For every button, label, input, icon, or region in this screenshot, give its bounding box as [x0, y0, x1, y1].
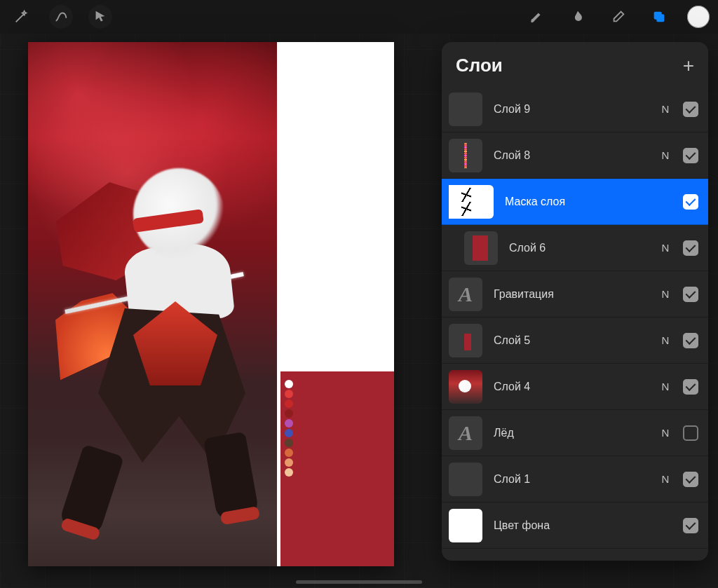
document-canvas[interactable] — [28, 42, 394, 566]
layer-thumbnail[interactable] — [449, 139, 482, 172]
smudge-icon — [570, 9, 585, 25]
layer-thumbnail[interactable] — [449, 509, 482, 542]
home-indicator — [296, 580, 422, 584]
palette-dot[interactable] — [285, 399, 293, 408]
layer-thumbnail[interactable]: A — [449, 278, 482, 311]
layers-panel-header: Слои + — [442, 42, 708, 86]
palette-dot[interactable] — [285, 419, 293, 428]
add-layer-button[interactable]: + — [683, 56, 694, 76]
red-rectangle-layer[interactable] — [280, 371, 394, 566]
layer-name-label: Слой 1 — [494, 473, 648, 486]
layer-row-grav[interactable]: AГравитацияN — [442, 271, 708, 317]
layer-visibility-checkbox[interactable] — [683, 518, 698, 533]
layer-row-bg[interactable]: Цвет фона — [442, 502, 708, 549]
layer-name-label: Маска слоя — [505, 196, 648, 208]
layer-blend-mode[interactable]: N — [659, 242, 672, 254]
layer-row-l8[interactable]: Слой 8N — [442, 132, 708, 179]
eraser-tool-button[interactable] — [606, 4, 631, 29]
layer-name-label: Слой 6 — [509, 242, 648, 254]
layer-blend-mode[interactable]: N — [659, 473, 672, 485]
toolbar-left-group — [8, 4, 112, 29]
layers-panel-title: Слои — [456, 55, 503, 76]
wand-tool-button[interactable] — [8, 4, 34, 29]
layer-name-label: Слой 5 — [494, 334, 648, 347]
layer-thumbnail[interactable] — [449, 370, 482, 404]
palette-dot[interactable] — [285, 380, 293, 388]
wand-icon — [13, 9, 29, 25]
smudge-tool-button[interactable] — [565, 4, 590, 29]
layer-visibility-checkbox[interactable] — [683, 425, 698, 441]
layer-visibility-checkbox[interactable] — [683, 102, 698, 117]
layers-icon — [651, 9, 667, 25]
layer-visibility-checkbox[interactable] — [683, 472, 698, 487]
brush-icon — [529, 9, 545, 25]
adjustments-button[interactable] — [49, 5, 73, 29]
palette-dot[interactable] — [285, 449, 293, 457]
layer-thumbnail[interactable] — [449, 185, 494, 219]
layer-row-l1[interactable]: Слой 1N — [442, 456, 708, 502]
palette-dot[interactable] — [285, 390, 293, 398]
layers-tool-button[interactable] — [646, 4, 672, 29]
layer-visibility-checkbox[interactable] — [683, 333, 698, 348]
palette-dot[interactable] — [285, 468, 293, 477]
top-toolbar — [0, 0, 718, 34]
curves-icon — [53, 9, 69, 25]
layer-blend-mode[interactable]: N — [659, 103, 672, 115]
layer-row-l6[interactable]: Слой 6N — [442, 225, 708, 271]
svg-rect-1 — [656, 14, 664, 22]
layer-name-label: Слой 4 — [494, 381, 648, 393]
eraser-icon — [611, 9, 626, 25]
palette-dot[interactable] — [285, 429, 293, 437]
layer-blend-mode[interactable]: N — [659, 149, 672, 161]
brush-tool-button[interactable] — [524, 4, 550, 29]
layer-thumbnail[interactable] — [449, 463, 482, 496]
layers-panel: Слои + Слой 9NСлой 8NМаска слояСлой 6NAГ… — [442, 42, 708, 561]
color-picker-button[interactable] — [687, 6, 710, 28]
layer-blend-mode[interactable]: N — [659, 381, 672, 392]
pointer-icon — [93, 9, 108, 25]
layer-row-ice[interactable]: AЛёдN — [442, 410, 708, 456]
layer-thumbnail[interactable] — [464, 231, 498, 265]
palette-dot[interactable] — [285, 439, 293, 447]
layer-row-l4[interactable]: Слой 4N — [442, 364, 708, 410]
select-tool-button[interactable] — [88, 5, 112, 29]
layer-list[interactable]: Слой 9NСлой 8NМаска слояСлой 6NAГравитац… — [442, 86, 708, 561]
layer-visibility-checkbox[interactable] — [683, 287, 698, 302]
palette-dot[interactable] — [285, 409, 293, 418]
layer-visibility-checkbox[interactable] — [683, 194, 698, 210]
layer-name-label: Цвет фона — [494, 519, 648, 532]
layer-row-mask[interactable]: Маска слоя — [442, 179, 708, 225]
palette-dot[interactable] — [285, 458, 293, 467]
layer-blend-mode[interactable]: N — [659, 427, 672, 439]
layer-blend-mode[interactable]: N — [659, 334, 672, 346]
layer-visibility-checkbox[interactable] — [683, 240, 698, 256]
layer-visibility-checkbox[interactable] — [683, 379, 698, 395]
layer-blend-mode[interactable]: N — [659, 288, 672, 300]
palette-strip — [285, 380, 293, 477]
layer-name-label: Гравитация — [494, 288, 648, 301]
toolbar-right-group — [524, 4, 710, 29]
layer-thumbnail[interactable] — [449, 93, 482, 126]
layer-thumbnail[interactable] — [449, 324, 482, 357]
layer-row-l9[interactable]: Слой 9N — [442, 86, 708, 132]
layer-name-label: Слой 8 — [494, 149, 648, 162]
layer-thumbnail[interactable]: A — [449, 416, 482, 450]
layer-name-label: Лёд — [494, 427, 648, 439]
layer-visibility-checkbox[interactable] — [683, 148, 698, 163]
layer-name-label: Слой 9 — [494, 103, 648, 116]
layer-row-l5[interactable]: Слой 5N — [442, 317, 708, 364]
